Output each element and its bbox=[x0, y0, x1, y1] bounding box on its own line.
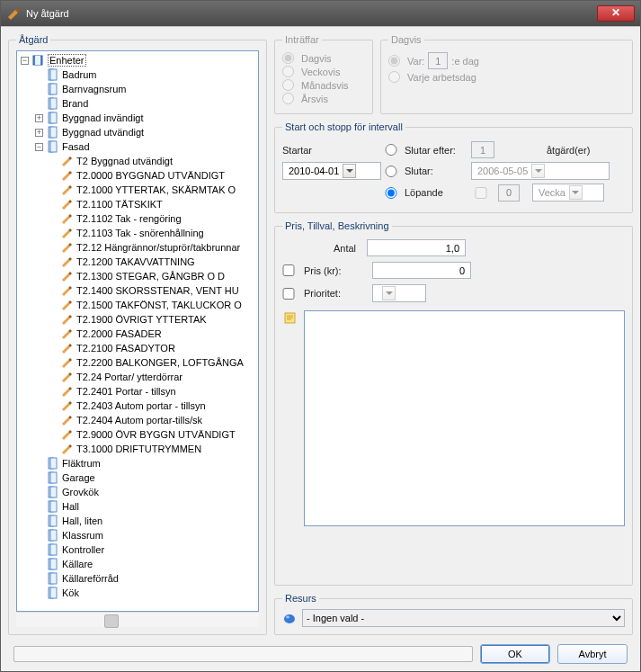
tree-root-enheter[interactable]: −Enheter bbox=[19, 53, 256, 67]
lopande-unit-dropdown[interactable]: Vecka bbox=[532, 184, 604, 202]
radio-slutar-efter[interactable] bbox=[385, 144, 397, 156]
radio-slutar[interactable] bbox=[385, 166, 397, 177]
folder-icon bbox=[46, 457, 58, 470]
tree-item[interactable]: T2.2404 Autom portar-tills/sk bbox=[19, 413, 256, 427]
brush-icon bbox=[60, 356, 73, 369]
atgard-group: Åtgärd −EnheterBadrumBarnvagnsrumBrand+B… bbox=[8, 34, 267, 635]
svg-rect-29 bbox=[50, 559, 57, 569]
tree-label: Barnvagnsrum bbox=[62, 82, 127, 96]
tree-folder-fasad[interactable]: −Fasad bbox=[19, 139, 256, 154]
tree-label: Kontroller bbox=[62, 542, 104, 557]
tree-folder[interactable]: Klassrum bbox=[19, 528, 256, 542]
svg-rect-27 bbox=[50, 544, 57, 555]
slutar-efter-input[interactable] bbox=[471, 141, 494, 158]
brush-icon bbox=[60, 169, 73, 182]
tree-item[interactable]: T2.1100 TÄTSKIKT bbox=[19, 197, 256, 211]
antal-input[interactable] bbox=[367, 239, 466, 256]
tree[interactable]: −EnheterBadrumBarnvagnsrumBrand+Byggnad … bbox=[16, 50, 259, 612]
tree-item[interactable]: T2.1200 TAKAVVATTNING bbox=[19, 255, 256, 269]
tree-folder[interactable]: Hall bbox=[19, 499, 256, 514]
tree-item[interactable]: T2.0000 BYGGNAD UTVÄNDIGT bbox=[19, 168, 256, 183]
tree-item[interactable]: T2.2403 Autom portar - tillsyn bbox=[19, 399, 256, 413]
tree-item[interactable]: T2.1400 SKORSSTENAR, VENT HU bbox=[19, 283, 256, 298]
tree-folder[interactable]: Källare bbox=[19, 557, 256, 571]
brush-icon bbox=[60, 184, 73, 196]
radio-manadsvis[interactable] bbox=[282, 79, 294, 91]
radio-dagvis[interactable] bbox=[282, 52, 294, 64]
resurs-select[interactable]: - Ingen vald - bbox=[302, 609, 625, 627]
radio-lopande[interactable] bbox=[385, 187, 397, 199]
lopande-val[interactable] bbox=[498, 184, 520, 202]
tree-folder[interactable]: +Byggnad invändigt bbox=[19, 111, 256, 125]
var-input[interactable] bbox=[428, 52, 448, 69]
ok-button[interactable]: OK bbox=[480, 644, 550, 664]
folder-icon bbox=[46, 68, 58, 81]
tree-label: T2 Byggnad utvändigt bbox=[76, 154, 173, 168]
cancel-button[interactable]: Avbryt bbox=[557, 644, 628, 664]
tree-item[interactable]: T2.1500 TAKFÖNST, TAKLUCKOR O bbox=[19, 298, 256, 312]
tree-label: Enheter bbox=[48, 53, 86, 67]
h-scrollbar[interactable] bbox=[16, 612, 259, 627]
tree-folder[interactable]: Garage bbox=[19, 470, 256, 485]
tree-folder[interactable]: +Byggnad utvändigt bbox=[19, 125, 256, 139]
close-button[interactable]: ✕ bbox=[597, 5, 635, 22]
tree-folder[interactable]: Kök bbox=[19, 586, 256, 600]
tree-item[interactable]: T2.12 Hängrännor/stuprör/takbrunnar bbox=[19, 240, 256, 255]
brush-icon bbox=[60, 155, 73, 167]
tree-item[interactable]: T2.9000 ÖVR BYGGN UTVÄNDIGT bbox=[19, 427, 256, 442]
pris-input[interactable] bbox=[372, 262, 471, 279]
dagvis-legend: Dagvis bbox=[388, 34, 424, 45]
tree-item[interactable]: T2.1900 ÖVRIGT YTTERTAK bbox=[19, 312, 256, 327]
tree-label: Källareförråd bbox=[62, 571, 119, 586]
svg-rect-5 bbox=[50, 84, 57, 94]
tree-label: T2.1200 TAKAVVATTNING bbox=[76, 255, 195, 269]
tree-label: T2.1900 ÖVRIGT YTTERTAK bbox=[76, 312, 207, 327]
svg-rect-3 bbox=[50, 69, 57, 80]
radio-varje-arbetsdag[interactable] bbox=[388, 71, 400, 83]
tree-item[interactable]: T2.1300 STEGAR, GÅNGBR O D bbox=[19, 269, 256, 283]
tree-item[interactable]: T3.1000 DRIFTUTRYMMEN bbox=[19, 442, 256, 456]
tree-item[interactable]: T2.2000 FASADER bbox=[19, 327, 256, 341]
folder-icon bbox=[46, 587, 58, 599]
tree-folder[interactable]: Kontroller bbox=[19, 542, 256, 557]
tree-folder[interactable]: Barnvagnsrum bbox=[19, 82, 256, 96]
tree-label: Badrum bbox=[62, 67, 97, 82]
lopande-check[interactable] bbox=[471, 187, 491, 199]
tree-item[interactable]: T2.2401 Portar - tillsyn bbox=[19, 384, 256, 399]
tree-item[interactable]: T2.2200 BALKONGER, LOFTGÅNGA bbox=[19, 355, 256, 370]
tree-label: T2.2401 Portar - tillsyn bbox=[76, 384, 176, 399]
radio-arsvis[interactable] bbox=[282, 93, 294, 104]
tree-item[interactable]: T2.1102 Tak - rengöring bbox=[19, 211, 256, 226]
svg-rect-25 bbox=[50, 530, 57, 541]
tree-item[interactable]: T2 Byggnad utvändigt bbox=[19, 154, 256, 168]
tree-folder[interactable]: Grovkök bbox=[19, 485, 256, 499]
tree-item[interactable]: T2.1103 Tak - snörenhållning bbox=[19, 226, 256, 240]
start-date-dropdown[interactable]: 2010-04-01 bbox=[282, 162, 381, 180]
description-textarea[interactable] bbox=[304, 310, 625, 526]
tree-folder[interactable]: Fläktrum bbox=[19, 456, 256, 470]
tree-label: T2.24 Portar/ ytterdörrar bbox=[76, 370, 183, 384]
radio-veckovis[interactable] bbox=[282, 66, 294, 77]
prioritet-dropdown[interactable] bbox=[372, 284, 426, 302]
radio-var[interactable] bbox=[388, 55, 400, 67]
tree-folder[interactable]: Badrum bbox=[19, 67, 256, 82]
brush-icon bbox=[60, 313, 73, 326]
tree-folder[interactable]: Brand bbox=[19, 96, 256, 111]
tree-label: T2.1400 SKORSSTENAR, VENT HU bbox=[76, 283, 239, 298]
pris-check[interactable] bbox=[282, 264, 295, 276]
slutar-date-dropdown[interactable]: 2006-05-05 bbox=[471, 162, 610, 180]
tree-label: T2.2100 FASADYTOR bbox=[76, 341, 175, 355]
tree-item[interactable]: T2.24 Portar/ ytterdörrar bbox=[19, 370, 256, 384]
chevron-down-icon bbox=[569, 185, 583, 200]
tree-label: T2.9000 ÖVR BYGGN UTVÄNDIGT bbox=[76, 427, 236, 442]
folder-icon bbox=[46, 572, 58, 585]
folder-icon bbox=[46, 529, 58, 542]
tree-item[interactable]: T2.2100 FASADYTOR bbox=[19, 341, 256, 355]
tree-label: T2.0000 BYGGNAD UTVÄNDIGT bbox=[76, 168, 225, 183]
tree-item[interactable]: T2.1000 YTTERTAK, SKÄRMTAK O bbox=[19, 183, 256, 197]
prioritet-check[interactable] bbox=[282, 288, 295, 300]
svg-rect-15 bbox=[50, 458, 57, 469]
tree-folder[interactable]: Hall, liten bbox=[19, 514, 256, 528]
tree-folder[interactable]: Källareförråd bbox=[19, 571, 256, 586]
note-icon bbox=[282, 310, 298, 578]
